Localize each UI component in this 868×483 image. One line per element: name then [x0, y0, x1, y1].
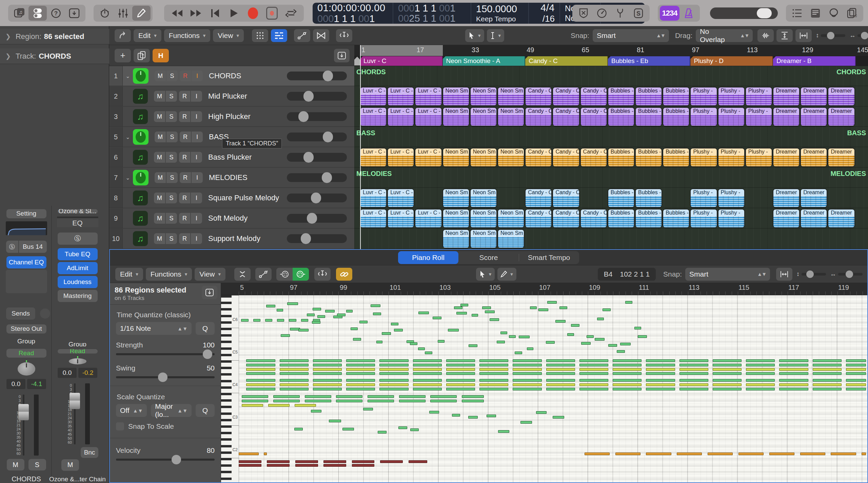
piano-roll-ruler[interactable]: 59799101103105107109111113115117119 — [221, 283, 867, 295]
midi-note[interactable] — [346, 359, 375, 362]
midi-region[interactable]: Neon Sm — [443, 107, 469, 126]
piano-keyboard[interactable]: C6C5C4C3C2 — [221, 295, 239, 482]
midi-note[interactable] — [713, 388, 742, 390]
midi-note[interactable] — [246, 379, 275, 382]
midi-note[interactable] — [813, 368, 842, 371]
arrangement-marker-6[interactable]: Dreamer - B — [773, 56, 856, 66]
mute-button[interactable]: M — [154, 111, 165, 122]
midi-note[interactable] — [376, 341, 383, 343]
midi-track-icon[interactable]: ♫ — [133, 150, 148, 165]
editor-download-icon[interactable] — [334, 49, 350, 62]
midi-region[interactable]: Candy - C — [553, 189, 579, 207]
midi-region[interactable]: Plushy - — [690, 209, 717, 228]
editor-catch-icon[interactable] — [314, 268, 331, 281]
track-disclosure-icon[interactable]: ⌄ — [123, 134, 133, 140]
midi-note[interactable] — [456, 312, 467, 315]
midi-note[interactable] — [638, 335, 647, 338]
master-volume-slider[interactable] — [710, 7, 778, 19]
midi-track-icon[interactable]: ♫ — [133, 109, 148, 124]
midi-note[interactable] — [536, 411, 547, 414]
midi-note[interactable] — [280, 379, 309, 382]
midi-note[interactable] — [515, 351, 522, 354]
midi-note[interactable] — [547, 301, 557, 304]
midi-note[interactable] — [746, 379, 775, 382]
summing-stack-icon[interactable] — [133, 129, 149, 145]
track-name[interactable]: Mid Plucker — [208, 92, 287, 101]
midi-note[interactable] — [253, 319, 260, 322]
midi-note[interactable] — [713, 368, 742, 371]
cmd-click-tool[interactable]: ▾ — [487, 29, 505, 42]
midi-note[interactable] — [482, 306, 491, 309]
track-volume-slider[interactable] — [287, 92, 347, 101]
midi-note[interactable] — [813, 383, 842, 386]
pan-knob[interactable] — [18, 362, 35, 376]
cycle-region[interactable] — [360, 45, 443, 56]
midi-region[interactable]: Plushy - — [690, 87, 717, 106]
midi-note[interactable] — [337, 314, 345, 316]
midi-note[interactable] — [597, 318, 604, 320]
track-header-chords[interactable]: 1⌄MSRICHORDS — [109, 66, 354, 86]
editor-view-menu[interactable]: View▾ — [195, 268, 225, 281]
midi-region[interactable]: Neon Sm — [443, 87, 469, 106]
track-disclosure-icon[interactable]: ⌄ — [123, 175, 133, 181]
midi-note[interactable] — [305, 400, 331, 402]
midi-region[interactable]: Luvr - C - — [388, 148, 414, 167]
mute-button[interactable]: M — [155, 132, 166, 142]
rewind-button[interactable] — [167, 6, 186, 21]
midi-region[interactable]: Candy - C — [525, 87, 552, 106]
midi-region[interactable]: Bubbles - — [663, 87, 689, 106]
autopunch-icon[interactable] — [574, 6, 593, 21]
arrange-canvas[interactable]: 1173349658197113129145 Luvr - CNeon Smoo… — [354, 45, 868, 249]
midi-note[interactable] — [379, 359, 408, 362]
track-name[interactable]: Support Melody — [208, 234, 287, 243]
midi-region[interactable]: Plushy - — [690, 148, 717, 167]
midi-region[interactable]: Candy - C — [553, 87, 579, 106]
midi-note[interactable] — [646, 364, 675, 366]
automation-mode-button[interactable]: Read — [58, 349, 98, 354]
midi-region[interactable]: Candy - C — [525, 209, 552, 228]
midi-note[interactable] — [846, 388, 866, 390]
midi-note[interactable] — [295, 464, 318, 467]
midi-note[interactable] — [646, 372, 675, 375]
midi-note[interactable] — [713, 364, 742, 366]
editor-snap-select[interactable]: Smart▲▼ — [685, 268, 770, 281]
midi-note[interactable] — [413, 359, 442, 362]
midi-note[interactable] — [546, 364, 575, 366]
midi-note[interactable] — [280, 368, 309, 371]
lcd-bar-position[interactable]: 0001 1 1 001 0025 1 1 001 — [393, 3, 471, 24]
midi-note[interactable] — [277, 319, 284, 322]
solo-button[interactable]: S — [166, 213, 177, 224]
midi-note[interactable] — [287, 302, 298, 305]
midi-note[interactable] — [519, 336, 530, 338]
midi-note[interactable] — [446, 388, 475, 390]
midi-note[interactable] — [579, 379, 608, 382]
midi-note[interactable] — [346, 379, 375, 382]
midi-note[interactable] — [579, 364, 608, 366]
midi-note[interactable] — [846, 368, 866, 371]
midi-note[interactable] — [634, 327, 641, 329]
midi-region[interactable]: Neon Sm — [470, 87, 497, 106]
automation-mode-button[interactable]: Read — [6, 349, 46, 358]
media-browser-icon[interactable]: ♫ — [843, 6, 861, 21]
midi-region[interactable]: Plushy - — [690, 189, 717, 207]
summing-stack-icon[interactable] — [133, 68, 149, 84]
midi-note[interactable] — [311, 410, 321, 412]
midi-note[interactable] — [585, 452, 610, 455]
mute-button[interactable]: M — [154, 91, 165, 102]
midi-region[interactable]: Neon Sm — [498, 229, 524, 248]
mute-button[interactable]: M — [154, 152, 165, 163]
midi-note[interactable] — [746, 383, 775, 386]
midi-region[interactable]: Neon Sm — [470, 229, 497, 248]
midi-region[interactable]: Neon Sm — [470, 107, 497, 126]
midi-note[interactable] — [708, 452, 733, 455]
midi-note[interactable] — [363, 408, 373, 410]
midi-note[interactable] — [813, 379, 842, 382]
midi-note[interactable] — [265, 319, 272, 322]
midi-note[interactable] — [738, 452, 764, 455]
midi-note[interactable] — [346, 364, 375, 366]
record-enable-button[interactable]: R — [179, 152, 190, 163]
tempo-mode[interactable]: Keep Tempo — [476, 15, 524, 23]
midi-note[interactable] — [448, 329, 459, 331]
midi-note[interactable] — [242, 400, 268, 402]
input-monitor-button[interactable]: I — [191, 233, 202, 244]
